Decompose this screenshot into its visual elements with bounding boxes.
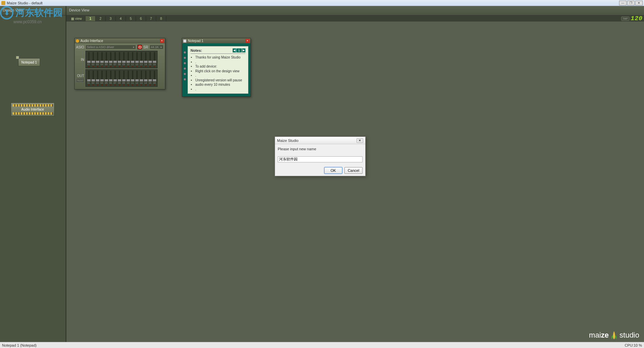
sample-rate-select[interactable]: 44.1K bbox=[149, 45, 164, 49]
notepad-list: Thanks for using Maize Studio.To add dev… bbox=[195, 55, 245, 91]
fader-channel[interactable]: 15 bbox=[148, 52, 152, 67]
notepad-line: . bbox=[195, 60, 245, 65]
notepad-line: To add device: bbox=[195, 64, 245, 69]
fader-channel[interactable]: 12 bbox=[135, 52, 139, 67]
fader-channel[interactable]: 05 bbox=[104, 70, 108, 86]
device-view: Device View ▦ view 1 2 3 4 5 6 7 8 TAP 1… bbox=[66, 6, 644, 348]
out-label: OUT bbox=[76, 74, 84, 78]
dialog-cancel-button[interactable]: Cancel bbox=[344, 167, 363, 174]
notepad-line: Thanks for using Maize Studio bbox=[195, 55, 245, 60]
fader-channel[interactable]: 06 bbox=[108, 70, 113, 86]
notepad-line: . bbox=[195, 73, 245, 78]
fader-channel[interactable]: 16 bbox=[152, 70, 157, 86]
view-tabs: ▦ view 1 2 3 4 5 6 7 8 TAP 120 bbox=[66, 15, 644, 22]
tab-5[interactable]: 5 bbox=[126, 16, 136, 21]
fader-channel[interactable]: 12 bbox=[135, 70, 139, 86]
fader-channel[interactable]: 07 bbox=[113, 70, 117, 86]
notepad-panel-title: Notepad 1 bbox=[188, 39, 244, 43]
notepad-next-button[interactable]: ▶ bbox=[242, 48, 245, 52]
fader-channel[interactable]: 03 bbox=[95, 70, 100, 86]
notepad-panel[interactable]: Notepad 1 × Notes: ◀ 1 bbox=[182, 38, 251, 97]
fader-channel[interactable]: 02 bbox=[91, 52, 95, 67]
notepad-prev-button[interactable]: ◀ bbox=[233, 48, 236, 52]
tab-3[interactable]: 3 bbox=[106, 16, 116, 21]
asio-driver-select[interactable]: Select a ASIO driver bbox=[86, 45, 136, 49]
tab-7[interactable]: 7 bbox=[146, 16, 156, 21]
status-left: Notepad 1 (Notepad) bbox=[2, 343, 37, 347]
tempo-display: 120 bbox=[631, 15, 643, 22]
fader-channel[interactable]: 01 bbox=[87, 52, 91, 67]
fader-channel[interactable]: 01 bbox=[87, 70, 91, 86]
notepad-spiral bbox=[183, 48, 187, 93]
minimize-button[interactable]: — bbox=[619, 1, 626, 5]
tab-2[interactable]: 2 bbox=[96, 16, 106, 21]
power-button[interactable] bbox=[137, 45, 142, 49]
dialog-titlebar[interactable]: Maize Studio ✕ bbox=[275, 137, 365, 144]
asio-label: ASIO bbox=[76, 45, 84, 49]
brand-logo: maize studio bbox=[589, 331, 639, 340]
close-button[interactable]: ✕ bbox=[635, 1, 643, 5]
fader-channel[interactable]: 15 bbox=[148, 70, 152, 86]
tab-4[interactable]: 4 bbox=[116, 16, 126, 21]
tab-8[interactable]: 8 bbox=[156, 16, 166, 21]
design-view-sidebar[interactable]: Design View Notepad 1 Audio Interface bbox=[0, 6, 66, 348]
window-title: Maize Studio - default bbox=[7, 1, 42, 5]
output-faders[interactable]: 01020304050607080910111213141516 bbox=[86, 69, 158, 87]
fader-channel[interactable]: 14 bbox=[143, 52, 148, 67]
dialog-title: Maize Studio bbox=[277, 139, 299, 143]
notepad-line: Right click on the design view bbox=[195, 69, 245, 74]
notepad-page[interactable]: Notes: ◀ 1 ▶ Thanks for using Maize Stud… bbox=[188, 46, 248, 94]
test-button[interactable]: TEST bbox=[76, 78, 84, 82]
fader-channel[interactable]: 10 bbox=[126, 70, 130, 86]
dialog-label: Please input new name bbox=[278, 147, 363, 151]
fader-channel[interactable]: 13 bbox=[139, 52, 143, 67]
fader-channel[interactable]: 04 bbox=[100, 70, 104, 86]
dialog-close-button[interactable]: ✕ bbox=[357, 138, 363, 143]
node-notepad[interactable]: Notepad 1 bbox=[18, 58, 40, 66]
fader-channel[interactable]: 09 bbox=[122, 52, 126, 67]
tab-view[interactable]: ▦ view bbox=[68, 16, 86, 21]
device-view-header: Device View bbox=[66, 6, 644, 15]
fader-channel[interactable]: 04 bbox=[100, 52, 104, 67]
input-faders[interactable]: 01020304050607080910111213141516 bbox=[86, 51, 158, 68]
node-audio-label: Audio Interface bbox=[12, 107, 53, 112]
rename-dialog: Maize Studio ✕ Please input new name OK … bbox=[275, 137, 366, 176]
fader-channel[interactable]: 14 bbox=[143, 70, 148, 86]
design-view-header: Design View bbox=[0, 6, 66, 15]
node-notepad-label: Notepad 1 bbox=[21, 61, 37, 64]
audio-interface-panel[interactable]: Audio Interface × ASIO Select a ASIO dri… bbox=[74, 38, 165, 89]
dialog-ok-button[interactable]: OK bbox=[324, 167, 342, 174]
notepad-line: audio every 10 minutes bbox=[195, 82, 245, 87]
fader-channel[interactable]: 08 bbox=[117, 52, 122, 67]
node-audio-ports-top bbox=[12, 104, 53, 107]
audio-panel-close-button[interactable]: × bbox=[160, 39, 164, 43]
fader-channel[interactable]: 07 bbox=[113, 52, 117, 67]
notepad-icon bbox=[183, 39, 187, 43]
fader-channel[interactable]: 10 bbox=[126, 52, 130, 67]
tab-1[interactable]: 1 bbox=[86, 16, 96, 21]
fader-channel[interactable]: 11 bbox=[130, 70, 135, 86]
dialog-name-input[interactable] bbox=[278, 156, 363, 162]
device-canvas[interactable]: Audio Interface × ASIO Select a ASIO dri… bbox=[66, 22, 644, 348]
audio-panel-titlebar[interactable]: Audio Interface × bbox=[75, 38, 165, 43]
maximize-button[interactable]: ❐ bbox=[627, 1, 635, 5]
notepad-panel-titlebar[interactable]: Notepad 1 × bbox=[182, 38, 250, 43]
fader-channel[interactable]: 05 bbox=[104, 52, 108, 67]
fader-channel[interactable]: 06 bbox=[108, 52, 113, 67]
notepad-line: . bbox=[195, 87, 245, 92]
fader-channel[interactable]: 02 bbox=[91, 70, 95, 86]
fader-channel[interactable]: 16 bbox=[152, 52, 157, 67]
tab-6[interactable]: 6 bbox=[136, 16, 146, 21]
window-titlebar: Maize Studio - default — ❐ ✕ bbox=[0, 0, 644, 6]
tap-tempo-button[interactable]: TAP bbox=[621, 16, 630, 21]
app-icon bbox=[1, 1, 5, 5]
fader-channel[interactable]: 03 bbox=[95, 52, 100, 67]
fader-channel[interactable]: 08 bbox=[117, 70, 122, 86]
fader-channel[interactable]: 09 bbox=[122, 70, 126, 86]
audio-icon bbox=[76, 39, 79, 43]
status-bar: Notepad 1 (Notepad) CPU:10 % bbox=[0, 342, 644, 348]
fader-channel[interactable]: 11 bbox=[130, 52, 135, 67]
node-audio-interface[interactable]: Audio Interface bbox=[11, 103, 55, 116]
notepad-panel-close-button[interactable]: × bbox=[245, 39, 249, 43]
fader-channel[interactable]: 13 bbox=[139, 70, 143, 86]
